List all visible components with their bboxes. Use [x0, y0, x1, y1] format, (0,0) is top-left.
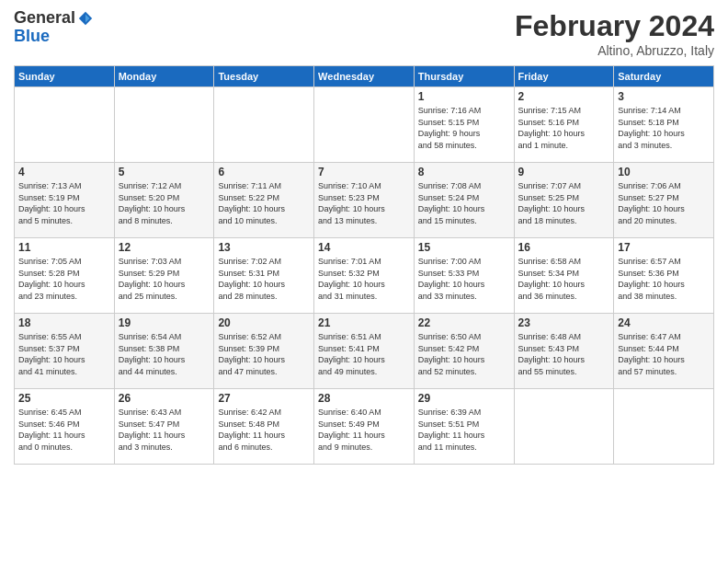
- calendar-cell: 21Sunrise: 6:51 AM Sunset: 5:41 PM Dayli…: [314, 314, 415, 389]
- day-number: 4: [18, 166, 110, 178]
- day-number: 14: [318, 241, 410, 254]
- day-info: Sunrise: 6:55 AM Sunset: 5:37 PM Dayligh…: [18, 331, 110, 377]
- day-info: Sunrise: 7:06 AM Sunset: 5:27 PM Dayligh…: [618, 180, 710, 226]
- day-info: Sunrise: 7:10 AM Sunset: 5:23 PM Dayligh…: [318, 180, 410, 226]
- day-info: Sunrise: 7:14 AM Sunset: 5:18 PM Dayligh…: [618, 105, 710, 151]
- day-info: Sunrise: 7:02 AM Sunset: 5:31 PM Dayligh…: [218, 256, 310, 302]
- calendar-cell: 25Sunrise: 6:45 AM Sunset: 5:46 PM Dayli…: [15, 389, 115, 465]
- day-info: Sunrise: 6:39 AM Sunset: 5:51 PM Dayligh…: [418, 407, 510, 453]
- day-number: 5: [119, 166, 210, 178]
- weekday-header: Friday: [514, 66, 614, 87]
- weekday-header: Sunday: [15, 66, 115, 87]
- calendar-cell: 11Sunrise: 7:05 AM Sunset: 5:28 PM Dayli…: [15, 238, 115, 314]
- day-info: Sunrise: 7:00 AM Sunset: 5:33 PM Dayligh…: [418, 256, 510, 302]
- day-number: 2: [518, 90, 610, 103]
- day-info: Sunrise: 6:48 AM Sunset: 5:43 PM Dayligh…: [518, 331, 610, 377]
- calendar-cell: 19Sunrise: 6:54 AM Sunset: 5:38 PM Dayli…: [114, 314, 214, 389]
- day-info: Sunrise: 6:57 AM Sunset: 5:36 PM Dayligh…: [618, 256, 710, 302]
- calendar-cell: 13Sunrise: 7:02 AM Sunset: 5:31 PM Dayli…: [214, 238, 314, 314]
- day-number: 3: [618, 90, 710, 103]
- day-info: Sunrise: 6:47 AM Sunset: 5:44 PM Dayligh…: [618, 331, 710, 377]
- day-info: Sunrise: 6:58 AM Sunset: 5:34 PM Dayligh…: [518, 256, 610, 302]
- logo-icon: [77, 10, 94, 27]
- day-number: 21: [318, 316, 410, 329]
- calendar-cell: [114, 87, 214, 163]
- day-info: Sunrise: 6:52 AM Sunset: 5:39 PM Dayligh…: [218, 331, 310, 377]
- day-number: 10: [618, 166, 710, 178]
- day-number: 18: [18, 316, 110, 329]
- day-number: 28: [318, 392, 410, 405]
- day-number: 12: [119, 241, 210, 254]
- calendar-cell: [214, 87, 314, 163]
- day-number: 15: [418, 241, 510, 254]
- location: Altino, Abruzzo, Italy: [515, 43, 714, 58]
- calendar-cell: 18Sunrise: 6:55 AM Sunset: 5:37 PM Dayli…: [15, 314, 115, 389]
- day-number: 29: [418, 392, 510, 405]
- calendar-cell: 12Sunrise: 7:03 AM Sunset: 5:29 PM Dayli…: [114, 238, 214, 314]
- calendar-cell: 16Sunrise: 6:58 AM Sunset: 5:34 PM Dayli…: [514, 238, 614, 314]
- calendar-cell: 9Sunrise: 7:07 AM Sunset: 5:25 PM Daylig…: [514, 163, 614, 238]
- weekday-header: Saturday: [614, 66, 714, 87]
- calendar-cell: [614, 389, 714, 465]
- day-number: 17: [618, 241, 710, 254]
- logo-blue: Blue: [14, 28, 94, 46]
- day-info: Sunrise: 6:42 AM Sunset: 5:48 PM Dayligh…: [218, 407, 310, 453]
- day-number: 24: [618, 316, 710, 329]
- day-number: 19: [119, 316, 210, 329]
- day-number: 16: [518, 241, 610, 254]
- day-number: 26: [119, 392, 210, 405]
- weekday-header: Tuesday: [214, 66, 314, 87]
- day-info: Sunrise: 7:15 AM Sunset: 5:16 PM Dayligh…: [518, 105, 610, 151]
- calendar-cell: 23Sunrise: 6:48 AM Sunset: 5:43 PM Dayli…: [514, 314, 614, 389]
- day-number: 22: [418, 316, 510, 329]
- calendar-cell: 6Sunrise: 7:11 AM Sunset: 5:22 PM Daylig…: [214, 163, 314, 238]
- day-number: 23: [518, 316, 610, 329]
- day-number: 11: [18, 241, 110, 254]
- weekday-header: Thursday: [414, 66, 514, 87]
- day-number: 7: [318, 166, 410, 178]
- day-info: Sunrise: 7:13 AM Sunset: 5:19 PM Dayligh…: [18, 180, 110, 226]
- calendar-cell: 27Sunrise: 6:42 AM Sunset: 5:48 PM Dayli…: [214, 389, 314, 465]
- day-info: Sunrise: 7:11 AM Sunset: 5:22 PM Dayligh…: [218, 180, 310, 226]
- calendar-cell: 26Sunrise: 6:43 AM Sunset: 5:47 PM Dayli…: [114, 389, 214, 465]
- day-info: Sunrise: 7:12 AM Sunset: 5:20 PM Dayligh…: [119, 180, 210, 226]
- calendar-cell: 7Sunrise: 7:10 AM Sunset: 5:23 PM Daylig…: [314, 163, 415, 238]
- calendar-cell: 14Sunrise: 7:01 AM Sunset: 5:32 PM Dayli…: [314, 238, 415, 314]
- calendar-cell: 4Sunrise: 7:13 AM Sunset: 5:19 PM Daylig…: [15, 163, 115, 238]
- calendar-cell: 29Sunrise: 6:39 AM Sunset: 5:51 PM Dayli…: [414, 389, 514, 465]
- calendar-cell: 24Sunrise: 6:47 AM Sunset: 5:44 PM Dayli…: [614, 314, 714, 389]
- calendar-table: SundayMondayTuesdayWednesdayThursdayFrid…: [14, 65, 714, 465]
- day-info: Sunrise: 6:54 AM Sunset: 5:38 PM Dayligh…: [119, 331, 210, 377]
- day-number: 13: [218, 241, 310, 254]
- day-info: Sunrise: 6:43 AM Sunset: 5:47 PM Dayligh…: [119, 407, 210, 453]
- month-title: February 2024: [515, 9, 714, 43]
- calendar-cell: 8Sunrise: 7:08 AM Sunset: 5:24 PM Daylig…: [414, 163, 514, 238]
- weekday-header: Monday: [114, 66, 214, 87]
- calendar-cell: 5Sunrise: 7:12 AM Sunset: 5:20 PM Daylig…: [114, 163, 214, 238]
- day-info: Sunrise: 6:51 AM Sunset: 5:41 PM Dayligh…: [318, 331, 410, 377]
- day-info: Sunrise: 7:05 AM Sunset: 5:28 PM Dayligh…: [18, 256, 110, 302]
- calendar-cell: [514, 389, 614, 465]
- day-info: Sunrise: 7:08 AM Sunset: 5:24 PM Dayligh…: [418, 180, 510, 226]
- calendar-cell: 22Sunrise: 6:50 AM Sunset: 5:42 PM Dayli…: [414, 314, 514, 389]
- calendar-cell: 10Sunrise: 7:06 AM Sunset: 5:27 PM Dayli…: [614, 163, 714, 238]
- calendar-cell: 28Sunrise: 6:40 AM Sunset: 5:49 PM Dayli…: [314, 389, 415, 465]
- title-section: February 2024 Altino, Abruzzo, Italy: [515, 9, 714, 58]
- day-info: Sunrise: 7:07 AM Sunset: 5:25 PM Dayligh…: [518, 180, 610, 226]
- day-info: Sunrise: 6:50 AM Sunset: 5:42 PM Dayligh…: [418, 331, 510, 377]
- calendar-cell: 2Sunrise: 7:15 AM Sunset: 5:16 PM Daylig…: [514, 87, 614, 163]
- logo: General Blue: [14, 9, 94, 46]
- day-number: 25: [18, 392, 110, 405]
- page-container: General Blue February 2024 Altino, Abruz…: [0, 0, 728, 474]
- day-number: 6: [218, 166, 310, 178]
- day-number: 8: [418, 166, 510, 178]
- header: General Blue February 2024 Altino, Abruz…: [14, 9, 714, 58]
- calendar-cell: 17Sunrise: 6:57 AM Sunset: 5:36 PM Dayli…: [614, 238, 714, 314]
- calendar-cell: 15Sunrise: 7:00 AM Sunset: 5:33 PM Dayli…: [414, 238, 514, 314]
- day-info: Sunrise: 7:01 AM Sunset: 5:32 PM Dayligh…: [318, 256, 410, 302]
- day-info: Sunrise: 6:40 AM Sunset: 5:49 PM Dayligh…: [318, 407, 410, 453]
- day-info: Sunrise: 6:45 AM Sunset: 5:46 PM Dayligh…: [18, 407, 110, 453]
- calendar-cell: [314, 87, 415, 163]
- day-number: 20: [218, 316, 310, 329]
- day-number: 1: [418, 90, 510, 103]
